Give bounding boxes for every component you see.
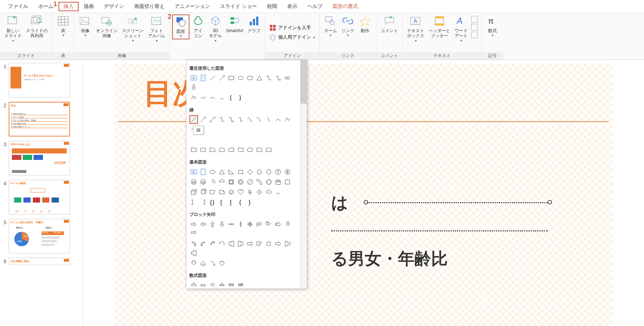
shape-b7[interactable] [246,168,254,176]
thumbnail-slide-5[interactable]: 5 サイトに訪れる男女・年齢比 男女比 年齢比 37%63% 25-34 46.… [1,219,81,253]
shape-b28[interactable] [236,188,245,196]
menu-draw[interactable]: 描画 [79,2,99,11]
shape-b19[interactable] [255,178,264,186]
shape-down-arrow[interactable] [189,83,198,92]
shape-ar4[interactable] [218,220,226,229]
shape-connector-curve-2arrow[interactable] [264,115,273,124]
shape-b26[interactable] [218,188,226,196]
shape-eq-equal[interactable] [227,281,236,286]
shape-b36[interactable]: [ [218,198,226,207]
shape-ar22[interactable] [274,239,282,248]
shape-ar11[interactable] [283,220,292,229]
shape-connector-elbow[interactable] [218,115,226,124]
shape-b12[interactable]: 10 [189,178,198,186]
shape-b25[interactable] [208,188,217,196]
models3d-button[interactable]: 3D モデル ▾ [207,14,224,43]
menu-shape-format[interactable]: 図形の書式 [328,2,363,11]
shape-ar12[interactable] [189,229,198,238]
shape-line-arrow[interactable] [199,115,207,124]
shape-b3[interactable] [208,168,217,176]
menu-file[interactable]: ファイル [3,2,33,11]
menu-animation[interactable]: アニメーション [170,2,215,11]
menu-slideshow[interactable]: スライド ショー [215,2,262,11]
shape-line-double-arrow[interactable] [208,115,217,124]
shape-b15[interactable] [218,178,226,186]
table-button[interactable]: 表 ▾ [54,14,72,38]
thumbnail-slide-2[interactable]: 2 目次 1. Office Hackとは 2. サイトの構成 3. サイトに訪… [1,102,81,136]
shape-rect[interactable] [227,74,236,82]
shape-b20[interactable] [264,178,273,186]
shape-b38[interactable]: { [236,198,245,207]
thumbnail-slide-3[interactable]: 3 Office Hackとは 253万件 [1,141,81,175]
shape-connector-elbow-arrow[interactable] [227,115,236,124]
shape-right-arrow[interactable] [283,74,292,82]
shape-rounded-rect[interactable] [246,74,254,82]
my-addin-button[interactable]: 個人用アドイン ▾ [270,34,315,40]
shape-b13[interactable]: 12 [199,178,207,186]
shape-b23[interactable] [189,188,198,196]
shape-rect5[interactable] [227,145,236,154]
shape-ar6[interactable] [236,220,245,229]
shape-rect7[interactable] [246,145,254,154]
shape-curve[interactable] [208,93,217,102]
equation-button[interactable]: π 数式 ▾ [484,14,501,38]
thumbnail-panel[interactable]: 1 データで見るOffice Hack−検索傾向□□オフィスX用− 2 目次 1… [0,60,83,326]
shape-connector-elbow-2arrow[interactable] [236,115,245,124]
shape-brace-r[interactable]: } [236,93,245,102]
shape-arc[interactable] [218,93,226,102]
shape-ar23[interactable] [283,239,292,248]
shape-b37[interactable]: ] [227,198,236,207]
icons-button[interactable]: アイ コン [189,14,207,39]
shape-ar15[interactable] [208,239,217,248]
shape-eq-mult[interactable] [208,281,217,286]
shape-ar9[interactable] [264,220,273,229]
shape-ar21[interactable] [264,239,273,248]
photo-album-button[interactable]: フォト アルバム ▾ [146,14,167,43]
shape-ar28[interactable] [218,259,226,268]
shape-b10[interactable]: 7 [274,168,282,176]
shape-triangle[interactable] [255,74,264,82]
thumbnail-slide-1[interactable]: 1 データで見るOffice Hack−検索傾向□□オフィスX用− [1,63,81,97]
shape-ar13[interactable] [189,239,198,248]
shape-brace-l[interactable]: { [227,93,236,102]
chart-button[interactable]: グラフ [245,14,263,34]
shape-b33[interactable] [189,198,198,207]
shape-b31[interactable] [264,188,273,196]
slide-number-icon[interactable] [471,24,478,30]
shape-curve-open[interactable] [274,115,282,124]
smartart-button[interactable]: SmartArt [224,14,245,34]
comment-button[interactable]: コメント [378,14,400,34]
shape-elbow-arrow[interactable] [274,74,282,82]
shape-line-basic[interactable] [189,115,198,124]
shape-textbox-v[interactable]: ▷ [199,74,207,82]
shape-b16[interactable] [227,178,236,186]
shape-b32[interactable] [274,188,282,196]
slide-editor[interactable]: 目次 1 は 2 3 る男女・年齢比 [83,60,644,326]
shape-b39[interactable]: } [246,198,254,207]
shape-eq-div[interactable] [218,281,226,286]
shape-ar18[interactable] [236,239,245,248]
shape-rect6[interactable] [236,145,245,154]
shape-ar25[interactable] [189,259,198,268]
shape-ar17[interactable] [227,239,236,248]
shape-rect2[interactable] [199,145,207,154]
wordart-button[interactable]: A ワード アート ▾ [452,14,470,43]
menu-view[interactable]: 表示 [282,2,302,11]
shape-line[interactable] [208,74,217,82]
shape-ar16[interactable] [218,239,226,248]
shape-freeform[interactable] [189,93,198,102]
image-button[interactable]: 画像 ▾ [76,14,94,38]
thumbnail-slide-6[interactable]: 6 OSの種類と割合 [1,258,81,265]
shapes-button[interactable]: 図形 ▾ [172,14,189,39]
shape-b4[interactable] [218,168,226,176]
shape-textbox[interactable]: A [189,74,198,82]
shape-b34[interactable] [199,198,207,207]
link-button[interactable]: リンク ▾ [339,14,356,38]
shape-eq-notequal[interactable] [236,281,245,286]
shape-ar24[interactable] [189,249,198,257]
shape-b1[interactable]: A [189,168,198,176]
shape-arrow-line[interactable] [218,74,226,82]
thumbnail-slide-4[interactable]: 4 サイトの構成 145 71 15 14 13 [1,180,81,214]
object-icon[interactable] [471,32,478,38]
shape-ar2[interactable] [199,220,207,229]
